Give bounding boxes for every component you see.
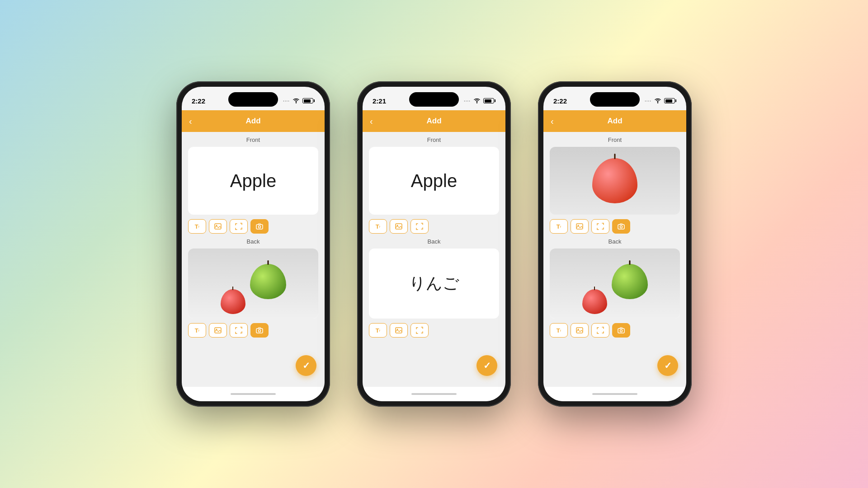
apple-scene-1 bbox=[188, 249, 318, 319]
status-time-3: 2:22 bbox=[553, 97, 567, 105]
svg-point-22 bbox=[620, 330, 623, 332]
back-toolbar-3: Tr bbox=[550, 322, 680, 338]
tool-camera-front-1[interactable] bbox=[250, 219, 269, 234]
battery-3 bbox=[664, 98, 676, 103]
svg-point-9 bbox=[476, 102, 477, 103]
tool-image-front-3[interactable] bbox=[571, 219, 589, 234]
tool-text-front-2[interactable]: Tr bbox=[369, 219, 387, 234]
front-text-2: Apple bbox=[402, 162, 466, 200]
apple-image-front-3 bbox=[550, 147, 680, 215]
nav-bar-3: ‹ Add bbox=[543, 110, 686, 132]
svg-rect-7 bbox=[256, 328, 263, 333]
tool-image-back-1[interactable] bbox=[209, 323, 227, 338]
status-time-2: 2:21 bbox=[373, 97, 386, 105]
back-label-1: Back bbox=[188, 238, 318, 245]
front-card-3[interactable] bbox=[550, 147, 680, 215]
back-button-3[interactable]: ‹ bbox=[551, 116, 554, 127]
front-toolbar-1: Tr bbox=[188, 218, 318, 235]
phone-1-screen: 2:22 ···· ‹ bbox=[182, 87, 325, 401]
nav-bar-1: ‹ Add bbox=[182, 110, 325, 132]
back-card-1[interactable] bbox=[188, 249, 318, 319]
tool-camera-front-3[interactable] bbox=[612, 219, 630, 234]
svg-point-8 bbox=[259, 330, 261, 332]
nav-title-1: Add bbox=[245, 117, 260, 126]
tool-image-front-1[interactable] bbox=[209, 219, 227, 234]
phone-3-content: Front Tr bbox=[543, 132, 686, 387]
tool-scan-front-3[interactable] bbox=[591, 219, 609, 234]
svg-point-0 bbox=[296, 102, 297, 103]
status-icons-3: ···· bbox=[645, 98, 676, 103]
tool-image-back-2[interactable] bbox=[390, 323, 408, 338]
front-toolbar-3: Tr bbox=[550, 218, 680, 235]
back-toolbar-1: Tr bbox=[188, 322, 318, 338]
back-button-1[interactable]: ‹ bbox=[189, 116, 192, 127]
front-label-3: Front bbox=[550, 136, 680, 143]
home-indicator-3 bbox=[543, 387, 686, 401]
svg-rect-3 bbox=[256, 225, 263, 229]
phone-1: 2:22 ···· ‹ bbox=[176, 81, 330, 407]
signal-3: ···· bbox=[645, 99, 651, 103]
tool-camera-back-1[interactable] bbox=[250, 323, 269, 338]
front-text-1: Apple bbox=[221, 162, 285, 200]
tool-text-back-2[interactable]: Tr bbox=[369, 323, 387, 338]
front-label-2: Front bbox=[369, 136, 499, 143]
tool-text-back-1[interactable]: Tr bbox=[188, 323, 206, 338]
tool-image-back-3[interactable] bbox=[571, 323, 589, 338]
phone-1-content: Front Apple Tr bbox=[182, 132, 325, 387]
back-toolbar-2: Tr bbox=[369, 322, 499, 338]
dynamic-island-2 bbox=[409, 92, 459, 107]
phone-2-screen: 2:21 ···· ‹ Add bbox=[363, 87, 505, 401]
phone-2-frame: 2:21 ···· ‹ Add bbox=[357, 81, 511, 407]
back-text-jp-2: りんご bbox=[400, 263, 468, 304]
front-card-2[interactable]: Apple bbox=[369, 147, 499, 215]
phone-3-screen: 2:22 ···· ‹ Add bbox=[543, 87, 686, 401]
nav-bar-2: ‹ Add bbox=[363, 110, 505, 132]
fab-1[interactable]: ✓ bbox=[296, 355, 316, 376]
apple-green-back-1 bbox=[250, 264, 286, 299]
svg-rect-15 bbox=[576, 224, 583, 229]
status-time-1: 2:22 bbox=[192, 97, 205, 105]
fab-3[interactable]: ✓ bbox=[657, 355, 678, 376]
nav-title-3: Add bbox=[607, 117, 622, 126]
wifi-icon-3 bbox=[654, 98, 661, 103]
tool-scan-front-2[interactable] bbox=[410, 219, 429, 234]
tool-text-back-3[interactable]: Tr bbox=[550, 323, 568, 338]
svg-rect-21 bbox=[618, 328, 624, 333]
svg-rect-1 bbox=[215, 224, 221, 229]
phone-3: 2:22 ···· ‹ Add bbox=[538, 81, 692, 407]
status-icons-2: ···· bbox=[464, 98, 495, 103]
home-indicator-2 bbox=[363, 387, 505, 401]
front-card-1[interactable]: Apple bbox=[188, 147, 318, 215]
phone-2: 2:21 ···· ‹ Add bbox=[357, 81, 511, 407]
fab-check-1: ✓ bbox=[302, 360, 310, 371]
apple-red-back-1 bbox=[221, 289, 245, 314]
phone-2-content: Front Apple Tr Back りんご bbox=[363, 132, 505, 387]
back-card-3[interactable] bbox=[550, 249, 680, 319]
front-toolbar-2: Tr bbox=[369, 218, 499, 235]
home-bar-2 bbox=[411, 393, 457, 395]
back-label-3: Back bbox=[550, 238, 680, 245]
battery-2 bbox=[483, 98, 495, 103]
svg-point-14 bbox=[657, 102, 658, 103]
tool-scan-back-3[interactable] bbox=[591, 323, 609, 338]
tool-scan-front-1[interactable] bbox=[230, 219, 248, 234]
svg-rect-17 bbox=[618, 225, 624, 229]
back-label-2: Back bbox=[369, 238, 499, 245]
svg-point-18 bbox=[620, 226, 623, 228]
svg-rect-12 bbox=[396, 328, 402, 333]
tool-scan-back-1[interactable] bbox=[230, 323, 248, 338]
tool-scan-back-2[interactable] bbox=[410, 323, 429, 338]
wifi-icon-2 bbox=[473, 98, 481, 103]
svg-rect-19 bbox=[576, 328, 583, 333]
back-card-2[interactable]: りんご bbox=[369, 249, 499, 319]
wifi-icon-1 bbox=[292, 98, 300, 103]
fab-2[interactable]: ✓ bbox=[476, 355, 497, 376]
svg-point-4 bbox=[259, 226, 261, 228]
tool-text-front-1[interactable]: Tr bbox=[188, 219, 206, 234]
tool-camera-back-3[interactable] bbox=[612, 323, 630, 338]
tool-image-front-2[interactable] bbox=[390, 219, 408, 234]
back-button-2[interactable]: ‹ bbox=[370, 116, 373, 127]
svg-rect-5 bbox=[215, 328, 221, 333]
tool-text-front-3[interactable]: Tr bbox=[550, 219, 568, 234]
phone-3-frame: 2:22 ···· ‹ Add bbox=[538, 81, 692, 407]
